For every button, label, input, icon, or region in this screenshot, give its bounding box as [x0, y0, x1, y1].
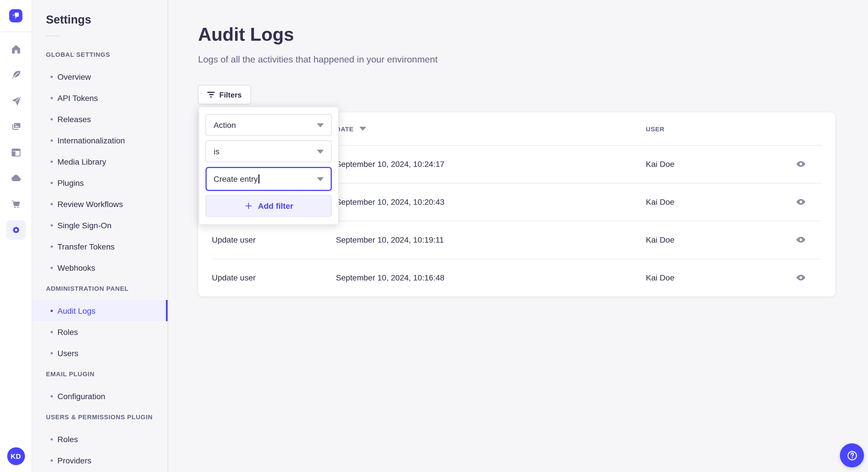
section-label-administration-panel: Administration Panel	[46, 285, 154, 292]
sort-descending-icon	[360, 127, 366, 131]
bullet-dot	[51, 309, 53, 312]
view-details-button[interactable]	[792, 268, 810, 287]
sidebar-item-review-workflows[interactable]: Review Workflows	[32, 193, 167, 214]
column-header-user: USER	[646, 125, 780, 132]
strapi-logo[interactable]	[9, 9, 22, 22]
bullet-dot	[51, 331, 53, 333]
bullet-dot	[51, 352, 53, 354]
sidebar-title-divider	[46, 36, 60, 36]
bullet-dot	[51, 203, 53, 205]
sidebar-item-label: Media Library	[57, 157, 106, 166]
bullet-dot	[51, 224, 53, 226]
user-avatar[interactable]: KD	[7, 447, 25, 465]
bullet-dot	[51, 395, 53, 397]
bullet-dot	[51, 181, 53, 184]
section-label-users-permissions-plugin: Users & Permissions Plugin	[46, 413, 154, 420]
column-header-date[interactable]: DATE	[336, 125, 646, 132]
sidebar-item-api-tokens[interactable]: API Tokens	[32, 87, 167, 108]
eye-icon	[796, 272, 806, 283]
filters-button-label: Filters	[219, 90, 242, 99]
filter-operator-select[interactable]: is	[206, 140, 332, 162]
cloud-icon[interactable]	[10, 173, 22, 184]
cell-action: Update user	[212, 235, 336, 244]
sidebar-item-transfer-tokens[interactable]: Transfer Tokens	[32, 236, 167, 257]
cell-date: September 10, 2024, 10:19:11	[336, 235, 646, 244]
sidebar-item-label: Audit Logs	[57, 306, 95, 315]
icon-rail: KD	[0, 0, 32, 472]
bullet-dot	[51, 245, 53, 247]
bullet-dot	[51, 75, 53, 78]
bullet-dot	[51, 266, 53, 269]
filter-field-select[interactable]: Action	[206, 114, 332, 136]
sidebar-item-overview[interactable]: Overview	[32, 66, 167, 87]
table-row[interactable]: Update user September 10, 2024, 10:19:11…	[198, 221, 835, 259]
strapi-logo-icon	[9, 9, 22, 22]
filter-value-text: Create entry	[214, 174, 259, 183]
eye-icon	[796, 235, 806, 245]
paper-plane-icon[interactable]	[10, 95, 22, 107]
chevron-down-icon	[317, 177, 324, 181]
sidebar-item-internationalization[interactable]: Internationalization	[32, 130, 167, 151]
plus-icon	[244, 201, 253, 210]
sidebar-item-single-sign-on[interactable]: Single Sign-On	[32, 214, 167, 236]
sidebar-item-label: Providers	[57, 456, 91, 465]
bullet-dot	[51, 459, 53, 461]
text-caret	[258, 174, 259, 183]
cell-user: Kai Doe	[646, 197, 780, 206]
section-label-global-settings: Global Settings	[46, 51, 154, 58]
sidebar-item-label: Roles	[57, 434, 78, 444]
sidebar-item-webhooks[interactable]: Webhooks	[32, 257, 167, 278]
sidebar-title: Settings	[46, 14, 154, 25]
cell-user: Kai Doe	[646, 160, 780, 169]
home-icon[interactable]	[10, 43, 22, 55]
eye-icon	[796, 159, 806, 169]
sidebar-item-releases[interactable]: Releases	[32, 108, 167, 130]
page-title: Audit Logs	[198, 23, 868, 46]
cell-user: Kai Doe	[646, 273, 780, 282]
page-subtitle: Logs of all the activities that happened…	[198, 53, 868, 66]
sidebar-item-plugins[interactable]: Plugins	[32, 172, 167, 193]
cell-date: September 10, 2024, 10:16:48	[336, 273, 646, 282]
sidebar-item-media-library[interactable]: Media Library	[32, 151, 167, 172]
sidebar-item-label: Roles	[57, 327, 78, 336]
main-content: Audit Logs Logs of all the activities th…	[168, 0, 868, 472]
filter-popover: Action is Create entry Add filter	[198, 107, 339, 225]
filter-value-combobox[interactable]: Create entry	[206, 167, 332, 191]
sidebar-item-admin-roles[interactable]: Roles	[32, 321, 167, 342]
sidebar-item-audit-logs[interactable]: Audit Logs	[32, 300, 167, 321]
view-details-button[interactable]	[792, 155, 810, 173]
filter-field-value: Action	[214, 121, 236, 130]
layout-icon[interactable]	[10, 147, 22, 158]
view-details-button[interactable]	[792, 193, 810, 211]
settings-sidebar: Settings Global Settings Overview API To…	[32, 0, 168, 472]
cell-user: Kai Doe	[646, 235, 780, 244]
circle-question-icon	[846, 449, 858, 461]
sidebar-item-label: Webhooks	[57, 263, 95, 272]
sidebar-item-label: Configuration	[57, 392, 105, 401]
add-filter-label: Add filter	[258, 201, 293, 210]
cart-icon[interactable]	[10, 198, 22, 210]
sidebar-item-label: Users	[57, 348, 79, 358]
sidebar-item-email-configuration[interactable]: Configuration	[32, 385, 167, 407]
chevron-down-icon	[317, 149, 324, 154]
add-filter-button[interactable]: Add filter	[206, 195, 332, 217]
help-button[interactable]	[840, 443, 864, 467]
table-row[interactable]: Update user September 10, 2024, 10:16:48…	[198, 259, 835, 297]
cell-date: September 10, 2024, 10:20:43	[336, 197, 646, 206]
view-details-button[interactable]	[792, 231, 810, 249]
media-pictures-icon[interactable]	[10, 121, 22, 133]
bullet-dot	[51, 97, 53, 99]
sidebar-item-label: Internationalization	[57, 136, 125, 145]
sidebar-item-admin-users[interactable]: Users	[32, 342, 167, 364]
bullet-dot	[51, 160, 53, 163]
sidebar-item-up-roles[interactable]: Roles	[32, 429, 167, 450]
filter-operator-value: is	[214, 147, 219, 156]
feather-icon[interactable]	[10, 69, 22, 81]
filters-button[interactable]: Filters	[198, 85, 251, 104]
sidebar-item-label: Releases	[57, 114, 91, 124]
settings-gear-icon[interactable]	[6, 220, 26, 240]
sidebar-item-up-providers[interactable]: Providers	[32, 450, 167, 471]
bullet-dot	[51, 438, 53, 440]
sidebar-item-label: Single Sign-On	[57, 221, 112, 230]
cell-date: September 10, 2024, 10:24:17	[336, 160, 646, 169]
